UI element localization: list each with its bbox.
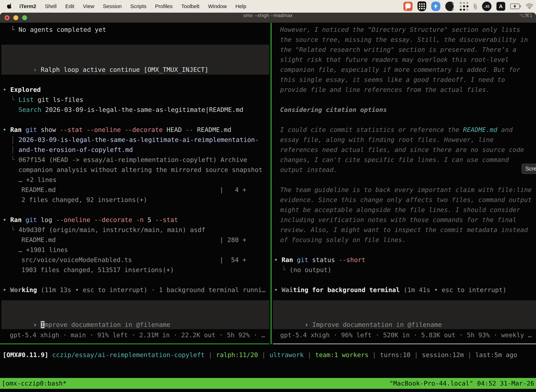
banner-text: Ralph loop active continue [OMX_TMUX_INJ…: [41, 66, 209, 73]
menu-item-window[interactable]: Window: [208, 3, 227, 9]
omx-status-segment: [48, 351, 52, 359]
terminal-line: slight risk that future readers may over…: [280, 55, 509, 65]
terminal-line: companion analysis without altering the …: [19, 165, 262, 175]
dots-grid-icon[interactable]: [460, 2, 469, 11]
window-title: omx --xhigh --madmax: [0, 13, 536, 23]
terminal-line: • Working (11m 13s • esc to interrupt) ·…: [3, 285, 266, 295]
apple-menu[interactable]: [7, 3, 12, 9]
terminal-line: └ 067f154 (HEAD -> essay/ai-reimplementa…: [11, 155, 247, 165]
right-model-status: gpt-5.4 xhigh · 96% left · 520K in · 5.8…: [280, 330, 531, 340]
omx-status-segment: |: [304, 351, 315, 359]
menu-item-scripts[interactable]: Scripts: [130, 3, 147, 9]
terminal-line: └ No agents completed yet: [11, 25, 106, 35]
banner-prompt-arrow: ›: [33, 66, 37, 73]
chat-icon[interactable]: [403, 2, 412, 11]
tmux-session-label: [omx-cczip0:bash*: [2, 378, 67, 389]
terminal: › Ralph loop active continue [OMX_TMUX_I…: [0, 23, 536, 378]
seahorse-icon[interactable]: §: [474, 2, 477, 10]
terminal-line: the "Related research writing" section i…: [280, 45, 517, 55]
window-title-bar: omx --xhigh --madmax ⌥⌘1: [0, 13, 536, 23]
prompt-arrow: ›: [305, 321, 308, 328]
apple-icon: [7, 3, 12, 9]
terminal-line: review. Also, I might want to inspect th…: [280, 225, 528, 235]
badge-61-icon[interactable]: ..61: [482, 2, 492, 11]
omx-status-bar: [OMX#0.11.9] cczip/essay/ai-reimplementa…: [3, 350, 517, 360]
terminal-line: I could cite commit statistics or refere…: [280, 125, 513, 135]
omx-status-segment: |: [368, 351, 380, 359]
terminal-line: • Explored: [3, 85, 41, 95]
terminal-line: src/voice/voiceModeEnabled.ts | 54 +: [21, 255, 246, 265]
menu-item-session[interactable]: Session: [103, 3, 122, 9]
right-prompt-box[interactable]: › Improve documentation in @filename: [273, 300, 536, 329]
omx-status-segment: [OMX#0.11.9]: [3, 351, 48, 359]
omx-status-segment: ralph:11/20: [216, 351, 258, 359]
menu-status-icons: § ..61 A: [403, 0, 533, 13]
omx-status-segment: cczip/essay/ai-reimplementation-copyleft: [52, 351, 205, 359]
menu-item-toolbelt[interactable]: Toolbelt: [181, 3, 199, 9]
terminal-line: this single essay, it seems like a good …: [280, 75, 505, 85]
terminal-line: README.md | 4 +: [21, 185, 246, 195]
wifi-icon[interactable]: [526, 4, 533, 9]
omx-status-segment: ultrawork: [269, 351, 304, 359]
window-shortcut-badge: ⌥⌘1: [519, 13, 532, 23]
terminal-line: • Waiting for background terminal (1m 41…: [274, 285, 507, 295]
input-source-a-icon[interactable]: A: [496, 2, 505, 11]
terminal-line: Search 2026-03-09-is-legal-the-same-as-l…: [19, 105, 243, 115]
menu-item-help[interactable]: Help: [235, 3, 246, 9]
screen: { "colors": { "fg": "#d9d9d9", "bright":…: [0, 0, 536, 392]
tmux-pane-right[interactable]: However, I noticed the "Directory Struct…: [273, 23, 536, 378]
menu-item-shell[interactable]: Shell: [45, 3, 57, 9]
left-pane-bottom-border: [0, 344, 269, 344]
keyboard-shield-icon[interactable]: [417, 1, 426, 11]
terminal-line: │ and-the-erosion-of-copyleft.md: [11, 145, 133, 155]
menu-item-edit[interactable]: Edit: [65, 3, 74, 9]
terminal-line: might be acceptable alongside the file l…: [280, 205, 520, 215]
terminal-line: … +2 lines: [19, 175, 57, 185]
terminal-line: companion file, especially if more comme…: [280, 65, 520, 75]
terminal-line: └ List git ls-files: [11, 95, 83, 105]
terminal-line: changes, I can't cite specific file line…: [280, 155, 509, 165]
menu-item-iterm2[interactable]: iTerm2: [19, 3, 36, 9]
terminal-line: 2 files changed, 92 insertions(+): [21, 195, 147, 205]
terminal-line: └ 4b9d30f (origin/main, instructkr/main,…: [11, 225, 205, 235]
omx-status-segment: last:5m ago: [475, 351, 517, 359]
terminal-line: the source tree, missing the essay. Stil…: [280, 35, 528, 45]
prompt-input-text: mprove documentation in @filename: [44, 321, 170, 328]
screen-tooltip: Scre: [522, 164, 536, 174]
omx-status-segment: turns:10: [380, 351, 411, 359]
pane-divider[interactable]: [271, 23, 272, 344]
terminal-line: • Ran git show --stat --oneline --decora…: [3, 125, 231, 135]
inject-banner: › Ralph loop active continue [OMX_TMUX_I…: [1, 45, 269, 75]
omx-status-segment: |: [258, 351, 269, 359]
terminal-line: including verification notes with those …: [280, 215, 517, 225]
privacy-shield-icon[interactable]: [431, 2, 440, 11]
menu-items: iTerm2ShellEditViewSessionScriptsProfile…: [19, 3, 255, 9]
browser-crescent-icon[interactable]: [445, 2, 455, 11]
terminal-line: evidence. Since this change only affects…: [280, 195, 531, 205]
left-prompt-box[interactable]: › Improve documentation in @filename: [1, 300, 269, 329]
terminal-line: references need actual files, and since …: [280, 145, 524, 155]
menu-item-profiles[interactable]: Profiles: [155, 3, 172, 9]
menu-item-view[interactable]: View: [83, 3, 94, 9]
terminal-line: └ (no output): [282, 265, 331, 275]
tmux-status-bar: [omx-cczip0:bash* "MacBook-Pro-44.local"…: [0, 378, 536, 389]
terminal-line: README.md | 280 +: [21, 235, 246, 245]
terminal-line: The team guideline is to back every impo…: [280, 185, 531, 195]
left-model-status: gpt-5.4 xhigh · main · 91% left · 2.31M …: [10, 330, 265, 340]
terminal-line: … +1901 lines: [19, 245, 68, 255]
omx-status-segment: |: [205, 351, 216, 359]
terminal-line: provide file and line references from th…: [280, 85, 490, 95]
terminal-line: 1903 files changed, 513517 insertions(+): [21, 265, 174, 275]
omx-status-segment: session:12m: [422, 351, 464, 359]
tmux-pane-left[interactable]: › Ralph loop active continue [OMX_TMUX_I…: [0, 23, 271, 378]
prompt-arrow: ›: [33, 321, 37, 328]
terminal-line: essay file, along with finding root file…: [280, 135, 494, 145]
terminal-line: • Ran git log --oneline --decorate -n 5 …: [3, 215, 178, 225]
terminal-line: output instead.: [280, 165, 337, 175]
inject-banner-line: › Ralph loop active continue [OMX_TMUX_I…: [3, 55, 208, 65]
omx-status-segment: |: [411, 351, 422, 359]
menu-bar: iTerm2ShellEditViewSessionScriptsProfile…: [0, 0, 536, 13]
omx-status-segment: team:1 workers: [315, 351, 368, 359]
battery-icon[interactable]: [510, 4, 521, 9]
tmux-host-clock: "MacBook-Pro-44.local" 04:52 31-Mar-26: [389, 378, 534, 389]
